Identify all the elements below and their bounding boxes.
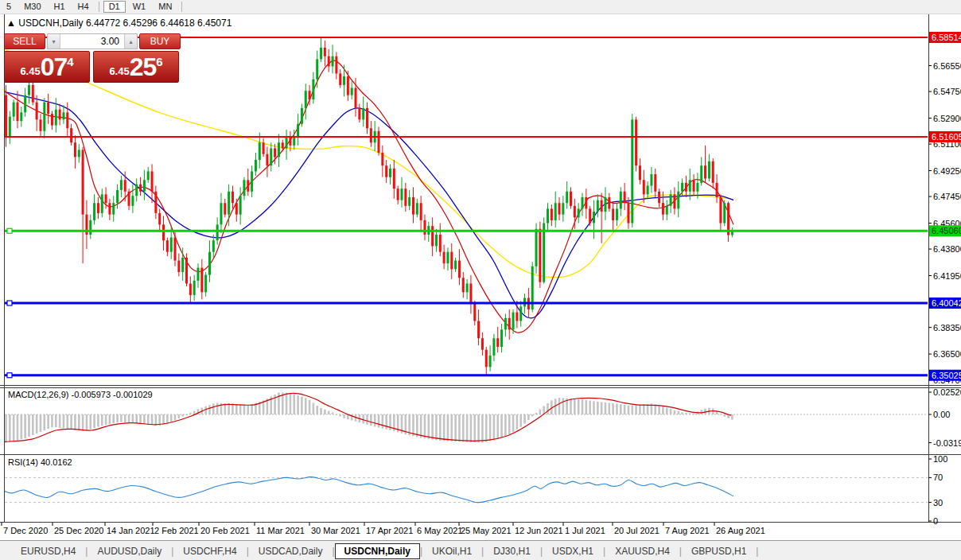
volume-increase-icon[interactable]: ▴ <box>124 34 137 49</box>
date-label: 25 May 2021 <box>461 526 512 535</box>
candle-body <box>431 226 434 246</box>
macd-bar <box>512 414 515 432</box>
buy-price-big: 25 <box>130 53 157 80</box>
price-chart-svg[interactable]: 6.565506.547506.529006.511006.492506.474… <box>0 0 961 560</box>
macd-bar <box>362 414 364 423</box>
macd-bar <box>82 414 84 431</box>
macd-bar <box>616 404 618 414</box>
macd-bar <box>578 399 580 414</box>
candle-body <box>408 197 410 206</box>
macd-bar <box>155 414 158 426</box>
macd-bar <box>32 414 34 435</box>
symbol-tab-usdchf[interactable]: USDCHF,H4 <box>173 543 246 559</box>
macd-bar <box>9 414 11 441</box>
timeframe-button-mn[interactable]: MN <box>153 1 177 13</box>
candle-body <box>343 76 345 85</box>
macd-bar <box>151 414 154 425</box>
timeframe-button-h4[interactable]: H4 <box>72 1 95 13</box>
sell-price-big: 07 <box>41 53 68 80</box>
macd-bar <box>420 414 422 438</box>
timeframe-button-d1[interactable]: D1 <box>103 1 126 13</box>
sell-button[interactable]: SELL <box>4 33 45 49</box>
price-tick-label: 6.36500 <box>933 349 961 359</box>
level-anchor-marker[interactable] <box>7 301 12 305</box>
macd-bar <box>643 404 645 414</box>
timeframe-button-5[interactable]: 5 <box>1 1 17 13</box>
macd-bar <box>547 403 549 414</box>
volume-dropdown-icon[interactable]: ▾ <box>48 34 60 49</box>
date-label: 1 Jul 2021 <box>565 526 605 535</box>
candle-body <box>547 208 549 223</box>
candle-body <box>681 183 683 192</box>
macd-bar <box>339 414 341 416</box>
macd-bar <box>531 414 534 416</box>
macd-bar <box>378 414 380 428</box>
macd-bar <box>562 398 565 414</box>
symbol-tab-ukoil[interactable]: UKOil,H1 <box>422 543 481 559</box>
symbol-tab-dj30[interactable]: DJ30,H1 <box>484 543 540 559</box>
candle-body <box>32 85 34 103</box>
macd-bar <box>166 414 169 423</box>
symbol-tab-audusd[interactable]: AUDUSD,Daily <box>88 543 171 559</box>
volume-input[interactable]: 3.00 <box>60 34 124 49</box>
macd-bar <box>631 406 633 414</box>
macd-bar <box>124 414 126 422</box>
macd-bar <box>662 406 664 414</box>
macd-bar <box>523 414 526 424</box>
macd-bar <box>40 414 42 432</box>
sell-price-box[interactable]: 6.45 07 4 <box>4 51 90 83</box>
symbol-tab-eurusd[interactable]: EURUSD,H4 <box>11 543 85 559</box>
candle-body <box>154 192 157 213</box>
candle-body <box>370 128 372 142</box>
level-anchor-marker[interactable] <box>7 228 12 233</box>
candle-body <box>458 261 461 278</box>
timeframe-button-h1[interactable]: H1 <box>49 1 71 13</box>
candle-body <box>43 103 45 131</box>
candle-body <box>309 91 311 99</box>
macd-bar <box>535 413 538 414</box>
candle-body <box>446 252 449 263</box>
candle-body <box>639 165 641 180</box>
macd-bar <box>24 414 26 438</box>
candle-body <box>708 161 710 179</box>
macd-bar <box>723 414 726 417</box>
symbol-tab-usdcad[interactable]: USDCAD,Daily <box>249 543 333 559</box>
macd-bar <box>674 410 676 414</box>
macd-bar <box>36 414 38 434</box>
macd-bar <box>290 393 292 414</box>
buy-button[interactable]: BUY <box>139 33 181 49</box>
candle-body <box>39 119 41 130</box>
candle-body <box>170 238 173 252</box>
macd-bar <box>216 403 219 414</box>
macd-bar <box>574 399 576 414</box>
symbol-tab-usdcnh[interactable]: USDCNH,Daily <box>335 543 420 559</box>
symbol-tab-xauusd[interactable]: XAUUSD,H4 <box>605 543 679 559</box>
candle-body <box>389 169 391 177</box>
macd-bar <box>228 403 230 414</box>
candle-body <box>55 110 57 126</box>
macd-bar <box>51 414 53 427</box>
macd-bar <box>466 414 469 442</box>
macd-bar <box>370 414 372 426</box>
candle-body <box>135 185 138 196</box>
candle-body <box>492 338 495 356</box>
macd-bar <box>693 414 695 414</box>
level-anchor-marker[interactable] <box>7 373 12 378</box>
candle-body <box>412 197 414 215</box>
macd-bar <box>47 414 49 429</box>
price-tick-label: 6.38350 <box>933 323 961 332</box>
buy-price-box[interactable]: 6.45 25 6 <box>93 51 179 83</box>
macd-bar <box>143 414 146 424</box>
macd-bar <box>435 414 438 440</box>
symbol-tab-usdx[interactable]: USDX,H1 <box>543 543 603 559</box>
candle-body <box>224 203 226 214</box>
date-label: 14 Jan 2021 <box>107 526 155 535</box>
candle-body <box>231 192 234 203</box>
chart-title[interactable]: ▲ USDCNH,Daily 6.44772 6.45296 6.44618 6… <box>6 18 232 29</box>
macd-bar <box>666 408 668 414</box>
timeframe-button-w1[interactable]: W1 <box>127 1 152 13</box>
symbol-tab-gbpusd[interactable]: GBPUSD,H1 <box>682 543 756 559</box>
timeframe-button-m30[interactable]: M30 <box>18 1 46 13</box>
volume-group: ▾ 3.00 ▴ <box>47 33 138 49</box>
macd-bar <box>624 405 626 414</box>
